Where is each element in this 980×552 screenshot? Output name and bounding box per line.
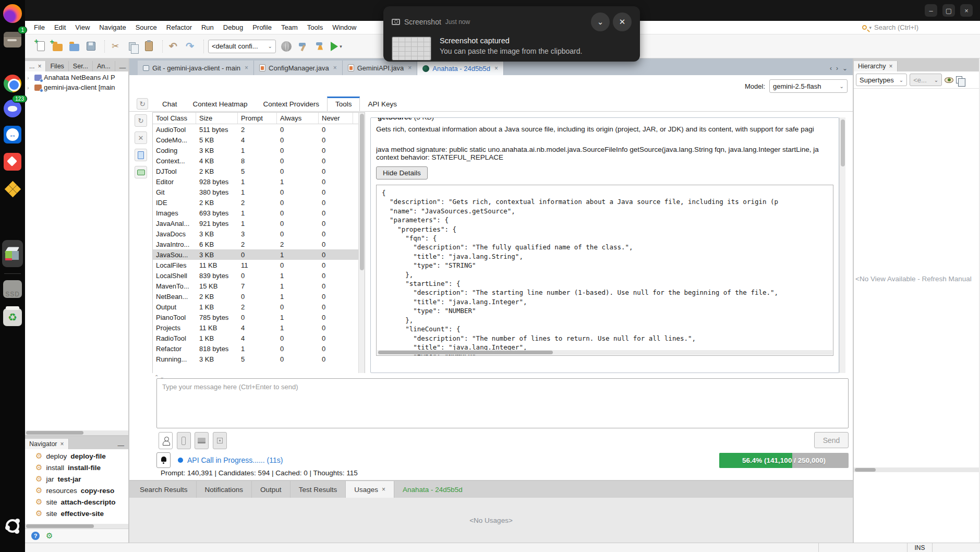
tab-chat[interactable]: Chat [154,97,185,111]
scroll-left-icon[interactable]: ‹ [830,65,832,72]
close-icon[interactable]: × [38,63,41,70]
scroll-right-icon[interactable]: › [836,65,838,72]
discord-icon[interactable]: 123 [2,98,23,119]
anydesk-icon[interactable] [2,151,23,172]
minimize-icon[interactable]: — [115,64,130,71]
hierarchy-tab[interactable]: Hierarchy× [854,61,898,71]
message-input[interactable]: Type your message here (Ctrl+Enter to se… [156,378,849,428]
redo-button[interactable]: ↷ [184,40,196,53]
screen-share-button[interactable] [195,432,209,449]
notification-close-button[interactable]: ✕ [613,13,632,31]
bottom-tab-notifications[interactable]: Notifications [197,481,252,498]
editor-tab[interactable]: Git - gemini-java-client - main× [138,61,254,75]
bottom-tab-output[interactable]: Output [252,481,291,498]
table-row[interactable]: Editor928 bytes110 [153,176,358,187]
editor-tab[interactable]: GeminiAPI.java× [343,61,418,75]
files-icon[interactable]: 1 [2,29,23,50]
menu-team[interactable]: Team [276,21,303,33]
hierarchy-scope-dropdown[interactable]: <e...⌄ [910,74,942,86]
minimize-icon[interactable]: — [114,442,129,449]
model-dropdown[interactable]: gemini-2.5-flash⌄ [769,79,848,93]
navigator-item[interactable]: ⚙siteattach-descripto [35,496,128,508]
help-icon[interactable]: ? [31,532,40,540]
hide-details-button[interactable]: Hide Details [376,166,428,179]
navigator-item[interactable]: ⚙siteeffective-site [35,508,128,519]
close-icon[interactable]: × [382,486,385,493]
trash-icon[interactable]: ♻ [2,307,23,328]
deploy-globe-button[interactable] [280,40,293,53]
editor-tab[interactable]: ConfigManager.java× [254,61,343,75]
explorer-tab-2[interactable]: Files [46,61,68,71]
ubuntu-logo-icon[interactable] [2,515,23,536]
table-row[interactable]: Running...3 KB500 [153,354,358,364]
file-icon[interactable] [135,149,147,161]
table-row[interactable]: Context...4 KB800 [153,155,358,166]
eye-icon[interactable] [945,77,953,83]
navigator-item[interactable]: ⚙deploydeploy-file [35,450,128,462]
teamviewer-icon[interactable]: ↔ [2,124,23,145]
netbeans-icon[interactable] [2,240,23,267]
new-file-button[interactable] [34,40,47,53]
cut-icon[interactable]: ✂ [109,40,122,53]
expand-icon[interactable]: › [27,75,32,81]
menu-refactor[interactable]: Refactor [162,21,197,33]
projects-hscrollbar[interactable] [25,430,128,435]
table-row[interactable]: AudioTool511 bytes200 [153,124,358,135]
table-row[interactable]: JavaIntro...6 KB220 [153,239,358,249]
hierarchy-hscrollbar[interactable] [854,467,979,472]
new-project-button[interactable] [51,40,64,53]
menu-run[interactable]: Run [197,21,219,33]
notification-expand-button[interactable]: ⌄ [591,13,610,31]
navigator-item[interactable]: ⚙installinstall-file [35,462,128,473]
window-minimize-button[interactable]: – [925,4,937,17]
paste-icon[interactable] [142,40,155,53]
explorer-tab-1[interactable]: ...× [25,61,46,71]
undo-button[interactable]: ↶ [167,40,179,53]
table-row[interactable]: Refactor818 bytes100 [153,343,358,354]
menu-debug[interactable]: Debug [219,21,248,33]
folder-icon[interactable] [135,166,147,178]
menu-navigate[interactable]: Navigate [94,21,130,33]
navigator-hscrollbar[interactable] [25,524,128,529]
save-all-button[interactable] [84,40,97,53]
bottom-tab-test-results[interactable]: Test Results [291,481,346,498]
quick-search[interactable]: ▾ Search (Ctrl+I) [862,23,918,31]
table-row[interactable]: MavenTo...15 KB710 [153,281,358,291]
table-row[interactable]: JavaAnal...921 bytes100 [153,218,358,229]
menu-file[interactable]: File [29,21,50,33]
column-header[interactable]: Always [277,113,319,124]
copy-icon[interactable] [126,40,138,53]
binance-icon[interactable] [2,178,23,199]
firefox-icon[interactable] [2,3,23,24]
api-call-status[interactable]: API Call in Progress...... (11s) [187,456,283,464]
attach-context-button[interactable] [159,432,173,449]
run-project-button[interactable]: ▾ [330,40,343,53]
table-row[interactable]: RadioTool1 KB400 [153,333,358,343]
menu-tools[interactable]: Tools [303,21,328,33]
screenshot-notification[interactable]: Screenshot Just now ⌄ ✕ Screenshot captu… [383,6,640,62]
table-row[interactable]: Output1 KB200 [153,302,358,312]
screenshot-thumbnail[interactable] [392,37,431,61]
table-row[interactable]: DJTool2 KB500 [153,166,358,176]
ssd-drive-icon[interactable]: SSD [2,279,23,299]
schema-hscrollbar[interactable] [377,350,832,355]
close-icon[interactable]: × [61,440,64,448]
tab-list-icon[interactable]: ⌄ [842,65,848,72]
close-icon[interactable]: × [245,64,248,71]
gear-icon[interactable]: ⚙ [46,531,53,541]
chrome-icon[interactable] [2,73,23,94]
hierarchy-view-dropdown[interactable]: Supertypes⌄ [856,74,907,86]
table-row[interactable]: LocalShell839 bytes010 [153,270,358,281]
table-row[interactable]: CodeMo...5 KB400 [153,135,358,145]
project-node[interactable]: ›gemini-java-client [main [25,82,128,92]
detail-vscrollbar[interactable] [839,117,845,373]
expand-icon[interactable]: › [27,85,32,91]
editor-tab[interactable]: Anahata - 24d5b5d× [417,61,504,75]
close-icon[interactable]: × [333,64,337,71]
tab-tools[interactable]: Tools [327,97,360,111]
bottom-tab-search-results[interactable]: Search Results [131,481,197,498]
table-row[interactable]: LocalFiles11 KB1100 [153,260,358,270]
refresh-icon[interactable]: ↻ [137,98,148,110]
navigator-item[interactable]: ⚙jartest-jar [35,473,128,485]
close-icon[interactable]: × [889,63,893,70]
